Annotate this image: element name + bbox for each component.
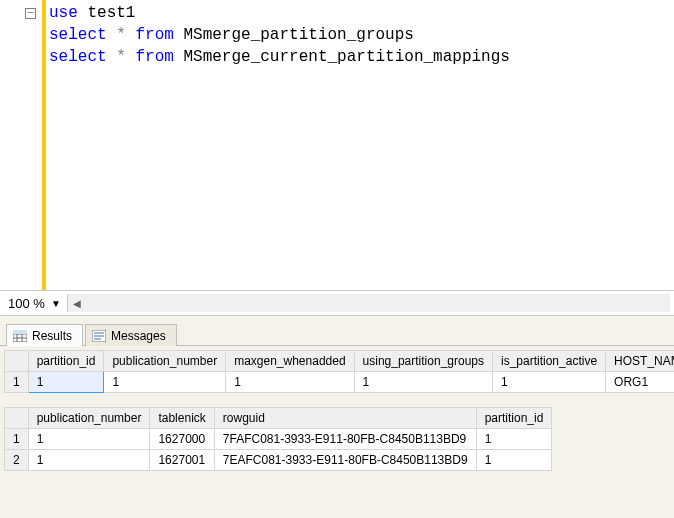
column-header[interactable]: using_partition_groups <box>354 351 492 372</box>
fold-gutter: − <box>0 0 42 290</box>
table-partition-mappings[interactable]: publication_numbertablenickrowguidpartit… <box>4 407 552 471</box>
cell[interactable]: 1 <box>476 450 552 471</box>
zoom-bar: 100 % ▼ ◀ <box>0 290 674 316</box>
column-header[interactable]: partition_id <box>476 408 552 429</box>
row-number[interactable]: 1 <box>5 429 29 450</box>
tab-messages-label: Messages <box>111 329 166 343</box>
sql-code-area[interactable]: use test1 select * from MSmerge_partitio… <box>42 0 674 290</box>
column-header[interactable]: maxgen_whenadded <box>226 351 354 372</box>
tab-messages[interactable]: Messages <box>85 324 177 346</box>
horizontal-scrollbar[interactable]: ◀ <box>67 294 670 312</box>
results-grids: partition_idpublication_numbermaxgen_whe… <box>0 346 674 518</box>
result-grid-2: publication_numbertablenickrowguidpartit… <box>4 407 674 471</box>
grid-icon <box>13 330 27 342</box>
table-row[interactable]: 2116270017EAFC081-3933-E911-80FB-C8450B1… <box>5 450 552 471</box>
column-header[interactable]: publication_number <box>28 408 150 429</box>
cell[interactable]: 7EAFC081-3933-E911-80FB-C8450B113BD9 <box>214 450 476 471</box>
table-row[interactable]: 111111ORG1 <box>5 372 675 393</box>
svg-rect-5 <box>13 330 27 334</box>
cell[interactable]: 1 <box>226 372 354 393</box>
zoom-label: 100 % <box>8 296 45 311</box>
column-header[interactable]: HOST_NAME_FN <box>606 351 674 372</box>
tab-results-label: Results <box>32 329 72 343</box>
cell[interactable]: 1 <box>354 372 492 393</box>
row-number[interactable]: 2 <box>5 450 29 471</box>
cell[interactable]: 1 <box>476 429 552 450</box>
results-pane: Results Messages partition_idpublication… <box>0 316 674 518</box>
sql-editor-pane: − use test1 select * from MSmerge_partit… <box>0 0 674 290</box>
row-number[interactable]: 1 <box>5 372 29 393</box>
column-header[interactable]: rowguid <box>214 408 476 429</box>
table-partition-groups[interactable]: partition_idpublication_numbermaxgen_whe… <box>4 350 674 393</box>
row-header-corner <box>5 408 29 429</box>
tab-results[interactable]: Results <box>6 324 83 346</box>
cell[interactable]: 1 <box>493 372 606 393</box>
cell[interactable]: 1627000 <box>150 429 214 450</box>
cell[interactable]: 1627001 <box>150 450 214 471</box>
column-header[interactable]: partition_id <box>28 351 104 372</box>
column-header[interactable]: is_partition_active <box>493 351 606 372</box>
cell[interactable]: 1 <box>28 372 104 393</box>
cell[interactable]: ORG1 <box>606 372 674 393</box>
table-row[interactable]: 1116270007FAFC081-3933-E911-80FB-C8450B1… <box>5 429 552 450</box>
cell[interactable]: 7FAFC081-3933-E911-80FB-C8450B113BD9 <box>214 429 476 450</box>
chevron-down-icon: ▼ <box>51 298 61 309</box>
column-header[interactable]: publication_number <box>104 351 226 372</box>
cell[interactable]: 1 <box>28 450 150 471</box>
row-header-corner <box>5 351 29 372</box>
results-tab-strip: Results Messages <box>0 316 674 346</box>
result-grid-1: partition_idpublication_numbermaxgen_whe… <box>4 350 674 393</box>
cell[interactable]: 1 <box>104 372 226 393</box>
fold-collapse-icon[interactable]: − <box>25 8 36 19</box>
column-header[interactable]: tablenick <box>150 408 214 429</box>
cell[interactable]: 1 <box>28 429 150 450</box>
scroll-left-icon[interactable]: ◀ <box>68 294 86 312</box>
zoom-dropdown[interactable]: 100 % ▼ <box>8 296 61 311</box>
messages-icon <box>92 330 106 342</box>
